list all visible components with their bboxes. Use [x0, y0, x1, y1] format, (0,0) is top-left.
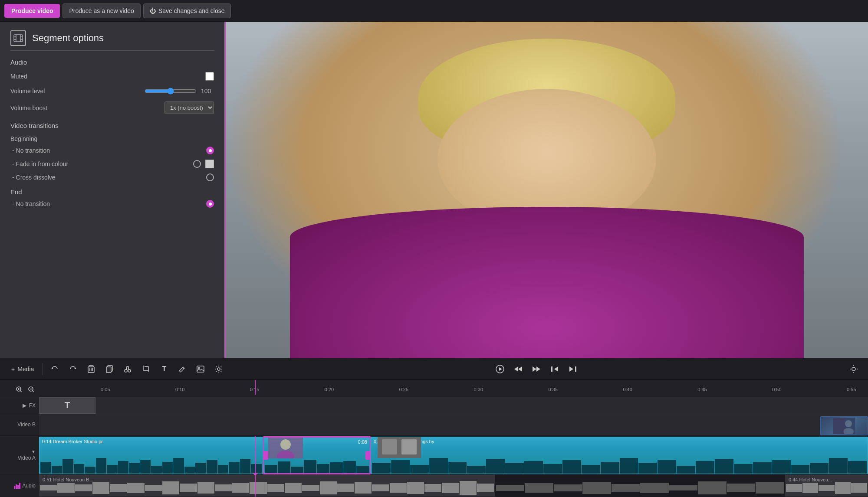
time-label-045: 0:45	[697, 387, 707, 392]
fast-forward-button[interactable]	[528, 361, 545, 377]
skip-to-end-button[interactable]	[565, 361, 581, 377]
film-icon	[10, 30, 26, 46]
zoom-controls	[0, 384, 39, 395]
edit-toolbar: + Media T	[0, 358, 868, 380]
svg-line-45	[20, 391, 22, 392]
audio-label-text: Audio	[22, 483, 36, 489]
svg-point-26	[217, 368, 220, 370]
video-b-thumbnail	[821, 417, 868, 435]
video-b-clip[interactable]	[820, 416, 868, 435]
video-preview-inner	[226, 22, 868, 358]
volume-slider[interactable]	[145, 88, 197, 95]
video-clip-2-selected[interactable]: 0:08	[263, 437, 371, 474]
playback-controls	[492, 361, 581, 377]
volume-value: 100	[201, 88, 214, 95]
end-no-transition-row: - No transition	[10, 200, 214, 208]
audio-track-content[interactable]: 0:51 Hotel Nouveau B...	[39, 475, 868, 497]
muted-checkbox[interactable]	[205, 72, 214, 81]
svg-rect-52	[833, 418, 844, 434]
edit-button[interactable]	[174, 361, 191, 377]
timeline-area: 0:05 0:10 0:15 0:20 0:25 0:30 0:35 0:40 …	[0, 380, 868, 497]
time-label-035: 0:35	[548, 387, 557, 392]
volume-label: Volume level	[10, 88, 45, 95]
audio-clip-2[interactable]: 0:44 Hotel Nouvea...	[785, 475, 868, 497]
copy-button[interactable]	[101, 361, 118, 377]
time-label-025: 0:25	[399, 387, 408, 392]
fade-label: - Fade in from colour	[12, 160, 189, 167]
video-a-track-content[interactable]: 0:14 Dream Broker Studio pr	[39, 436, 868, 475]
end-no-transition-radio[interactable]	[206, 200, 214, 208]
tracks-container: ▶ FX T Video B	[0, 397, 868, 497]
svg-rect-13	[106, 367, 111, 373]
fx-track-content[interactable]: T	[39, 397, 868, 414]
svg-line-23	[183, 367, 184, 369]
segment-options-panel: Segment options Audio Muted Volume level…	[0, 22, 226, 358]
video-a-collapse-icon[interactable]: ▼	[31, 449, 36, 454]
produce-new-video-button[interactable]: Produce as a new video	[62, 3, 140, 18]
crop-button[interactable]	[138, 361, 154, 377]
undo-button[interactable]	[46, 361, 63, 377]
image-button[interactable]	[192, 361, 209, 377]
bottom-section: + Media T	[0, 358, 868, 497]
clip-3-waveform	[371, 454, 868, 474]
time-label-040: 0:40	[623, 387, 632, 392]
end-no-transition-label: - No transition	[12, 200, 202, 207]
volume-slider-container: 100	[145, 88, 214, 95]
plus-icon: +	[11, 366, 15, 373]
zoom-in-button[interactable]	[14, 384, 24, 395]
clip-1-label: 0:14 Dream Broker Studio pr	[42, 439, 103, 444]
save-icon: ⏻	[150, 7, 156, 14]
video-a-label-text: Video A	[18, 455, 36, 461]
clip-2-duration: 0:08	[358, 439, 367, 445]
audio-label: Audio	[0, 475, 39, 497]
produce-video-button[interactable]: Produce video	[4, 4, 60, 18]
cut-button[interactable]	[119, 361, 136, 377]
save-changes-button[interactable]: ⏻ Save changes and close	[143, 3, 231, 18]
no-transition-radio[interactable]	[206, 147, 214, 154]
no-transition-row: - No transition	[10, 147, 214, 154]
redo-button[interactable]	[65, 361, 81, 377]
video-a-track: ▼ Video A 0:14 Dream Broker Studio pr	[0, 436, 868, 475]
rewind-button[interactable]	[510, 361, 526, 377]
svg-marker-28	[499, 367, 502, 371]
video-clip-3[interactable]: 0:58 Stay on top of things by	[371, 437, 868, 474]
video-b-label: Video B	[0, 414, 39, 435]
media-button[interactable]: + Media	[6, 366, 39, 373]
svg-marker-32	[536, 366, 540, 372]
zoom-out-button[interactable]	[26, 384, 36, 395]
fx-expand-icon[interactable]: ▶	[23, 402, 26, 409]
ruler-track: 0:05 0:10 0:15 0:20 0:25 0:30 0:35 0:40 …	[39, 380, 868, 395]
woman-jacket	[290, 207, 804, 358]
text-clip[interactable]: T	[39, 397, 95, 414]
light-button[interactable]	[845, 361, 862, 377]
no-transition-label: - No transition	[12, 147, 202, 154]
play-button[interactable]	[492, 361, 508, 377]
fade-radio[interactable]	[193, 160, 201, 168]
time-label-020: 0:20	[325, 387, 334, 392]
audio-clip-1[interactable]: 0:51 Hotel Nouveau B...	[39, 475, 495, 497]
audio-clip-2-waveform	[785, 479, 868, 497]
svg-point-54	[280, 439, 291, 450]
cross-dissolve-radio[interactable]	[206, 173, 214, 181]
clip-1-waveform	[39, 454, 263, 474]
cross-dissolve-row: - Cross dissolve	[10, 173, 214, 181]
svg-rect-24	[197, 366, 204, 372]
fade-color-swatch[interactable]	[205, 160, 214, 168]
svg-point-37	[852, 367, 855, 371]
transitions-section-label: Video transitions	[10, 122, 214, 129]
skip-to-start-button[interactable]	[546, 361, 563, 377]
video-clip-1[interactable]: 0:14 Dream Broker Studio pr	[39, 437, 263, 474]
clip-2-left-handle[interactable]	[264, 451, 268, 460]
video-b-track-content[interactable]	[39, 414, 868, 435]
delete-button[interactable]	[83, 361, 99, 377]
clip-2-right-handle[interactable]	[365, 451, 370, 460]
main-area: Segment options Audio Muted Volume level…	[0, 22, 868, 358]
text-button[interactable]: T	[156, 361, 172, 377]
settings-button[interactable]	[210, 361, 227, 377]
svg-line-17	[128, 366, 129, 370]
svg-line-48	[33, 391, 34, 392]
volume-boost-select[interactable]: 1x (no boost) 2x 4x	[164, 101, 214, 114]
svg-marker-29	[514, 366, 518, 372]
svg-marker-31	[533, 366, 536, 372]
volume-row: Volume level 100	[10, 88, 214, 95]
